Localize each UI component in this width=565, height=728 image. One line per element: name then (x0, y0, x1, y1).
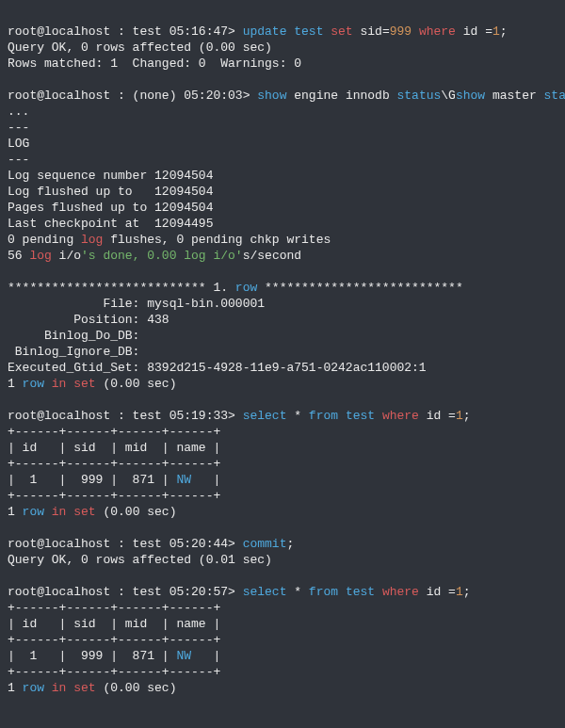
log-seq: Log sequence number 12094504 (8, 169, 213, 183)
prompt-4: root@localhost : test 05:20:44> (8, 537, 243, 551)
star-2: * (286, 585, 308, 599)
num-1a: 1 (492, 24, 500, 39)
ms-position: Position: 438 (8, 313, 170, 327)
ms-file: File: mysql-bin.000001 (8, 297, 265, 311)
kw-set-1: set (331, 24, 352, 39)
prompt-3: root@localhost : test 05:19:33> (8, 409, 243, 423)
dash-2: --- (8, 153, 29, 167)
ms-1row-b: row (23, 377, 44, 391)
sep-6: +------+------+------+------+ (8, 665, 220, 679)
semi-3: ; (286, 537, 294, 551)
res3-d: (0.00 sec) (96, 505, 177, 519)
res3-b: row (23, 505, 44, 519)
txt-master: master (485, 89, 543, 103)
semi-2: ; (463, 409, 471, 423)
tbl-test-3: test (338, 585, 382, 599)
log-header: LOG (8, 137, 29, 151)
data-row-2a: | 1 | 999 | 871 | (8, 649, 176, 663)
hdr-row-1: | id | sid | mid | name | (8, 441, 220, 455)
num-999: 999 (390, 24, 412, 39)
log-checkpoint: Last checkpoint at 12094495 (8, 217, 213, 231)
res5-a: 1 (8, 681, 23, 695)
res5-c: in set (44, 681, 96, 695)
tbl-test-2: test (338, 409, 382, 423)
data-row-2b: NW (176, 649, 191, 663)
log-io-b: i/o (52, 249, 81, 263)
eq-1: = (382, 24, 390, 39)
expr-id-1: id = (456, 24, 492, 39)
row-hdr-a: *************************** 1. (8, 281, 235, 295)
row-hdr-b: row (235, 281, 257, 295)
kw-status-1: status (397, 89, 442, 103)
txt-g1: \G (441, 89, 456, 103)
log-pages: Pages flushed up to 12094504 (8, 201, 213, 215)
log-io-c: 's done, 0.00 log i/o' (81, 249, 243, 263)
log-io-d: s/second (243, 249, 301, 263)
ms-1row-d: (0.00 sec) (96, 377, 177, 391)
res3-a: 1 (8, 505, 23, 519)
kw-status-2: status (544, 89, 565, 103)
data-row-2c: | (191, 649, 220, 663)
expr-id-2: id = (419, 409, 456, 423)
terminal-output: root@localhost : test 05:16:47> update t… (0, 0, 565, 704)
dash-1: --- (8, 121, 29, 135)
dots-1: ... (8, 105, 29, 119)
ms-ignore-db: Binlog_Ignore_DB: (8, 345, 139, 359)
ms-1row-c: in set (44, 377, 96, 391)
ms-gtid: Executed_Gtid_Set: 8392d215-4928-11e9-a7… (8, 361, 427, 375)
kw-from-1: from (309, 409, 338, 423)
kw-update: update (243, 24, 287, 39)
kw-where-3: where (382, 585, 419, 599)
kw-show-1: show (257, 89, 286, 103)
sep-1: +------+------+------+------+ (8, 425, 220, 439)
result-1b: Rows matched: 1 Changed: 0 Warnings: 0 (8, 57, 301, 71)
ms-1row-a: 1 (8, 377, 23, 391)
num-1b: 1 (456, 409, 463, 423)
res5-b: row (23, 681, 44, 695)
kw-select-1: select (243, 409, 287, 423)
kw-select-2: select (243, 585, 287, 599)
data-row-1a: | 1 | 999 | 871 | (8, 473, 176, 487)
hdr-row-2: | id | sid | mid | name | (8, 617, 220, 631)
num-1c: 1 (456, 585, 463, 599)
log-pending-a: 0 pending (8, 233, 81, 247)
log-io-a: 56 (8, 249, 29, 263)
sep-4: +------+------+------+------+ (8, 601, 220, 615)
data-row-1b: NW (176, 473, 191, 487)
prompt-1: root@localhost : test 05:16:47> (8, 24, 243, 39)
kw-where-1: where (412, 24, 456, 39)
kw-show-2: show (456, 89, 485, 103)
log-pending-b: flushes, 0 pending chkp writes (103, 233, 331, 247)
tbl-test-1: test (286, 24, 331, 39)
col-sid: sid (353, 24, 382, 39)
expr-id-3: id = (419, 585, 456, 599)
prompt-5: root@localhost : test 05:20:57> (8, 585, 243, 599)
star-1: * (286, 409, 308, 423)
sep-3: +------+------+------+------+ (8, 489, 220, 503)
log-flushed: Log flushed up to 12094504 (8, 185, 213, 199)
kw-commit: commit (243, 537, 287, 551)
result-4: Query OK, 0 rows affected (0.01 sec) (8, 553, 272, 567)
prompt-2: root@localhost : (none) 05:20:03> (8, 89, 257, 103)
semi-1: ; (500, 24, 508, 39)
sep-2: +------+------+------+------+ (8, 457, 220, 471)
res3-c: in set (44, 505, 96, 519)
res5-d: (0.00 sec) (96, 681, 177, 695)
data-row-1c: | (191, 473, 220, 487)
txt-engine: engine innodb (286, 89, 396, 103)
ms-do-db: Binlog_Do_DB: (8, 329, 139, 343)
log-kw-2: log (29, 249, 51, 263)
log-kw-1: log (81, 233, 103, 247)
sep-5: +------+------+------+------+ (8, 633, 220, 647)
kw-where-2: where (382, 409, 419, 423)
row-hdr-c: *************************** (257, 281, 462, 295)
kw-from-2: from (309, 585, 338, 599)
semi-4: ; (463, 585, 471, 599)
result-1a: Query OK, 0 rows affected (0.00 sec) (8, 40, 272, 55)
